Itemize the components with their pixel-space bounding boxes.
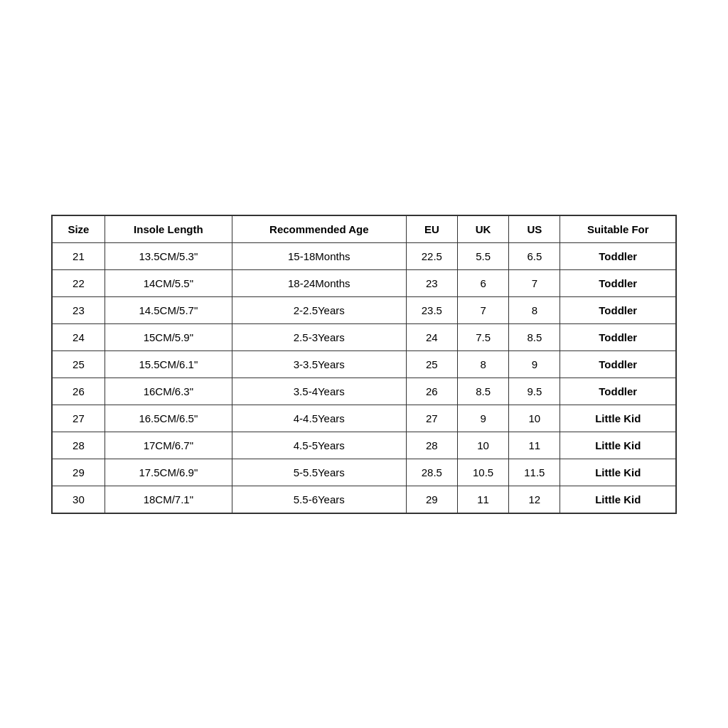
size-chart-container: Size Insole Length Recommended Age EU UK…: [51, 215, 677, 514]
header-age: Recommended Age: [232, 215, 406, 243]
size-chart-table: Size Insole Length Recommended Age EU UK…: [51, 215, 677, 514]
table-row: 2817CM/6.7"4.5-5Years281011Little Kid: [52, 432, 676, 459]
table-row: 2113.5CM/5.3"15-18Months22.55.56.5Toddle…: [52, 242, 676, 269]
header-uk: UK: [457, 215, 508, 243]
header-us: US: [509, 215, 560, 243]
table-row: 2515.5CM/6.1"3-3.5Years2589Toddler: [52, 350, 676, 378]
table-row: 2214CM/5.5"18-24Months2367Toddler: [52, 269, 676, 296]
table-row: 2415CM/5.9"2.5-3Years247.58.5Toddler: [52, 323, 676, 350]
table-row: 2716.5CM/6.5"4-4.5Years27910Little Kid: [52, 405, 676, 432]
header-suitable: Suitable For: [560, 215, 676, 243]
table-row: 3018CM/7.1"5.5-6Years291112Little Kid: [52, 486, 676, 513]
header-size: Size: [52, 215, 105, 243]
header-insole: Insole Length: [105, 215, 232, 243]
table-row: 2616CM/6.3"3.5-4Years268.59.5Toddler: [52, 378, 676, 405]
table-header-row: Size Insole Length Recommended Age EU UK…: [52, 215, 676, 243]
header-eu: EU: [406, 215, 457, 243]
table-row: 2917.5CM/6.9"5-5.5Years28.510.511.5Littl…: [52, 459, 676, 486]
table-row: 2314.5CM/5.7"2-2.5Years23.578Toddler: [52, 296, 676, 323]
